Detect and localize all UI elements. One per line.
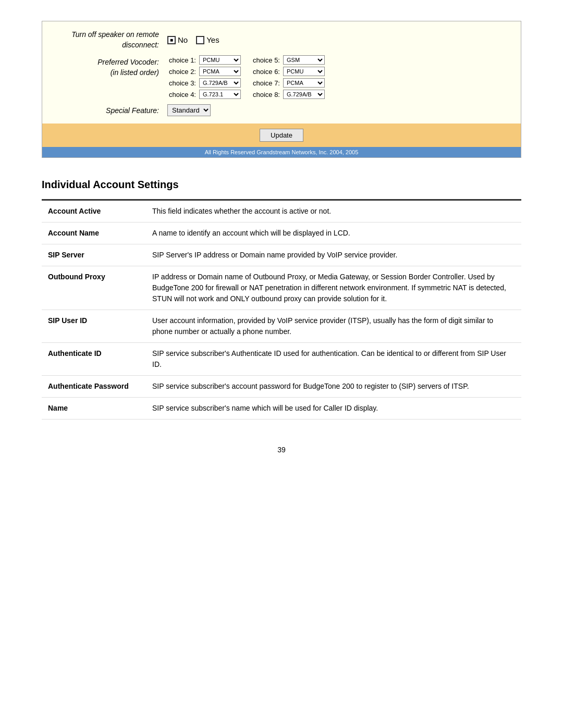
term-cell: Outbound Proxy	[42, 266, 146, 310]
term-cell: SIP User ID	[42, 310, 146, 343]
definition-cell: SIP service subscriber's name which will…	[146, 398, 521, 419]
term-cell: Authenticate ID	[42, 343, 146, 376]
special-feature-select[interactable]: Standard	[167, 104, 211, 116]
vocoder-select[interactable]: GSM	[283, 55, 325, 65]
vocoder-select[interactable]: G.723.1	[199, 90, 241, 99]
copyright-bar: All Rights Reserved Grandstream Networks…	[42, 147, 521, 157]
vocoder-choice: choice 4: G.723.1	[167, 90, 241, 99]
choice-label: choice 7:	[251, 79, 280, 87]
speaker-radio-group: ■ No Yes	[167, 35, 219, 44]
special-feature-row: Special Feature: Standard	[53, 104, 510, 116]
update-button[interactable]: Update	[260, 129, 303, 142]
choice-label: choice 2:	[167, 68, 196, 76]
vocoder-section: Preferred Vocoder: (in listed order) cho…	[53, 55, 510, 99]
speaker-row: Turn off speaker on remote disconnect: ■…	[53, 30, 510, 50]
update-area: Update	[42, 124, 521, 147]
section-title: Individual Account Settings	[42, 179, 521, 191]
vocoder-select[interactable]: PCMA	[283, 78, 325, 88]
vocoder-choice: choice 8: G.729A/B	[251, 90, 325, 99]
settings-table: Account Active This field indicates whet…	[42, 199, 521, 419]
table-row: Authenticate Password SIP service subscr…	[42, 376, 521, 398]
page-number: 39	[42, 446, 521, 454]
vocoder-select[interactable]: PCMU	[199, 55, 241, 65]
choice-label: choice 5:	[251, 56, 280, 64]
choice-label: choice 8:	[251, 91, 280, 98]
table-row: Name SIP service subscriber's name which…	[42, 398, 521, 419]
yes-radio-item[interactable]: Yes	[196, 35, 219, 44]
vocoder-select[interactable]: PCMU	[283, 67, 325, 76]
table-row: Outbound Proxy IP address or Domain name…	[42, 266, 521, 310]
term-cell: Authenticate Password	[42, 376, 146, 398]
term-cell: Account Name	[42, 223, 146, 244]
no-radio-item[interactable]: ■ No	[167, 35, 188, 44]
table-row: Authenticate ID SIP service subscriber's…	[42, 343, 521, 376]
vocoder-choice: choice 2: PCMA	[167, 67, 241, 76]
vocoder-select[interactable]: PCMA	[199, 67, 241, 76]
definition-cell: SIP service subscriber's account passwor…	[146, 376, 521, 398]
choice-label: choice 4:	[167, 91, 196, 98]
vocoder-grid: choice 1: PCMU choice 5: GSM choice 2: P…	[167, 55, 325, 99]
no-radio-icon: ■	[167, 36, 176, 44]
config-panel: Turn off speaker on remote disconnect: ■…	[42, 21, 521, 158]
yes-radio-icon	[196, 36, 204, 44]
vocoder-select[interactable]: G.729A/B	[199, 78, 241, 88]
vocoder-select[interactable]: G.729A/B	[283, 90, 325, 99]
vocoder-label: Preferred Vocoder: (in listed order)	[53, 55, 167, 78]
definition-cell: User account information, provided by Vo…	[146, 310, 521, 343]
vocoder-choice: choice 7: PCMA	[251, 78, 325, 88]
table-row: SIP User ID User account information, pr…	[42, 310, 521, 343]
vocoder-choice: choice 5: GSM	[251, 55, 325, 65]
choice-label: choice 3:	[167, 79, 196, 87]
term-cell: Name	[42, 398, 146, 419]
table-row: Account Name A name to identify an accou…	[42, 223, 521, 244]
speaker-label: Turn off speaker on remote disconnect:	[53, 30, 167, 50]
choice-label: choice 1:	[167, 56, 196, 64]
term-cell: SIP Server	[42, 244, 146, 266]
vocoder-choice: choice 6: PCMU	[251, 67, 325, 76]
vocoder-choice: choice 3: G.729A/B	[167, 78, 241, 88]
term-cell: Account Active	[42, 200, 146, 223]
definition-cell: This field indicates whether the account…	[146, 200, 521, 223]
definition-cell: IP address or Domain name of Outbound Pr…	[146, 266, 521, 310]
individual-account-section: Individual Account Settings Account Acti…	[42, 179, 521, 419]
choice-label: choice 6:	[251, 68, 280, 76]
table-row: Account Active This field indicates whet…	[42, 200, 521, 223]
definition-cell: SIP service subscriber's Authenticate ID…	[146, 343, 521, 376]
vocoder-choice: choice 1: PCMU	[167, 55, 241, 65]
definition-cell: A name to identify an account which will…	[146, 223, 521, 244]
special-feature-label: Special Feature:	[53, 106, 167, 115]
definition-cell: SIP Server's IP address or Domain name p…	[146, 244, 521, 266]
no-label: No	[178, 35, 188, 44]
table-row: SIP Server SIP Server's IP address or Do…	[42, 244, 521, 266]
yes-label: Yes	[206, 35, 219, 44]
